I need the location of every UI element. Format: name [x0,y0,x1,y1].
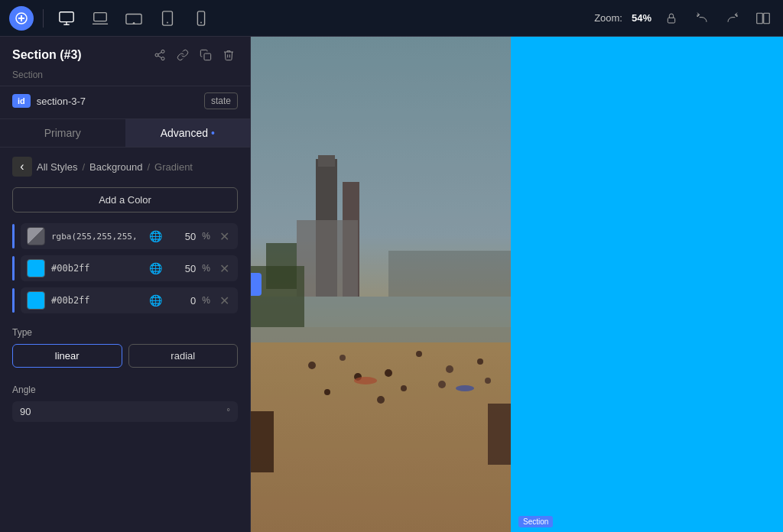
color-swatch-1[interactable] [27,227,45,245]
svg-rect-3 [60,11,73,21]
angle-unit: ° [226,407,230,417]
delete-icon[interactable] [219,46,238,64]
section-selection-handle[interactable] [251,273,262,296]
lock-button[interactable] [661,8,682,29]
device-mobile-button[interactable] [187,6,215,31]
beach-image [251,37,511,532]
breadcrumb-back-button[interactable]: ‹ [12,157,32,177]
section-actions [151,46,238,64]
svg-rect-14 [757,13,763,24]
color-swatch-3[interactable] [27,291,45,310]
remove-stop-2-button[interactable]: ✕ [216,261,232,276]
section-title: Section (#3) [12,48,82,62]
type-label: Type [12,327,238,338]
zoom-label: Zoom: [594,12,622,24]
svg-line-19 [158,56,162,58]
color-stop-row-1: rgba(255,255,255, 🌐 % ✕ [12,223,238,249]
section-header: Section (#3) Section [0,37,250,86]
remove-stop-1-button[interactable]: ✕ [216,229,232,244]
share-icon[interactable] [151,46,169,64]
type-buttons: linear radial [12,344,238,368]
color-swatch-2[interactable] [27,259,45,277]
angle-field-wrap: ° [12,401,238,422]
main-layout: Section (#3) Section [0,37,783,532]
color-value-1: rgba(255,255,255, [51,232,143,242]
device-tablet-landscape-button[interactable] [120,6,148,31]
device-desktop-button[interactable] [53,6,80,31]
percent-field-2[interactable] [168,263,196,274]
angle-label: Angle [12,384,238,395]
breadcrumb: ‹ All Styles / Background / Gradient [12,157,238,177]
add-color-button[interactable]: Add a Color [12,187,238,212]
color-stop-row-3: #00b2ff 🌐 % ✕ [12,287,238,313]
breadcrumb-all-styles[interactable]: All Styles [37,161,77,173]
color-row-stripe-3 [12,288,15,313]
tabs-row: Primary Advanced • [0,119,250,148]
type-linear-button[interactable]: linear [12,344,122,368]
svg-point-16 [161,50,164,53]
add-button[interactable] [9,6,34,31]
svg-point-17 [155,54,158,57]
tab-primary[interactable]: Primary [0,119,125,147]
globe-icon-3[interactable]: 🌐 [149,294,162,307]
svg-line-20 [158,52,162,54]
svg-rect-6 [94,12,107,21]
percent-field-1[interactable] [168,231,196,242]
remove-stop-3-button[interactable]: ✕ [216,293,232,308]
color-value-3: #00b2ff [51,295,143,306]
canvas-blue-section [511,37,783,532]
color-row-stripe-2 [12,256,15,281]
panels-button[interactable] [752,8,774,29]
breadcrumb-background[interactable]: Background [89,161,142,173]
color-row-stripe [12,224,15,248]
zoom-value: 54% [632,12,651,24]
state-button[interactable]: state [204,92,238,109]
svg-point-18 [161,57,164,60]
canvas-inner [251,37,783,532]
id-row: id section-3-7 state [0,86,250,119]
id-badge: id [12,94,31,108]
svg-point-8 [133,22,134,23]
svg-rect-48 [251,37,511,532]
type-radial-button[interactable]: radial [128,344,239,368]
left-panel: Section (#3) Section [0,37,251,532]
top-toolbar: Zoom: 54% [0,0,783,37]
color-value-2: #00b2ff [51,263,143,274]
link-icon[interactable] [174,46,192,64]
section-badge: Section [518,516,553,527]
canvas-beach-section [251,37,511,532]
toolbar-right: Zoom: 54% [594,8,774,29]
svg-rect-21 [204,54,211,60]
redo-button[interactable] [722,8,743,29]
panel-content: ‹ All Styles / Background / Gradient Add… [0,148,250,431]
duplicate-icon[interactable] [197,46,215,64]
section-subtitle: Section [12,70,43,80]
globe-icon-1[interactable]: 🌐 [149,230,162,242]
undo-button[interactable] [691,8,713,29]
tab-advanced[interactable]: Advanced • [125,119,251,147]
globe-icon-2[interactable]: 🌐 [149,262,162,274]
device-laptop-button[interactable] [86,6,114,31]
angle-input[interactable] [20,406,226,417]
percent-field-3[interactable] [168,295,196,307]
svg-rect-15 [764,13,770,24]
breadcrumb-gradient: Gradient [154,161,193,173]
canvas-area: Section [251,37,783,532]
svg-rect-13 [668,18,674,23]
device-tablet-button[interactable] [154,6,181,31]
color-stop-row-2: #00b2ff 🌐 % ✕ [12,255,238,281]
id-value: section-3-7 [37,96,198,107]
toolbar-divider [43,9,44,28]
